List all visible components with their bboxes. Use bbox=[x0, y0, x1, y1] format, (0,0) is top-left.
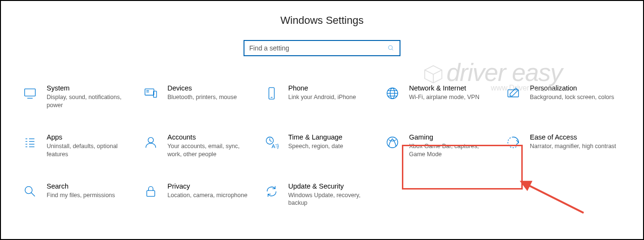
svg-rect-32 bbox=[147, 190, 155, 196]
tile-text: System Display, sound, notifications, po… bbox=[47, 84, 139, 110]
tile-desc: Your accounts, email, sync, work, other … bbox=[167, 142, 255, 159]
devices-icon bbox=[143, 85, 159, 101]
tile-desc: Narrator, magnifier, high contrast bbox=[530, 142, 617, 150]
svg-line-27 bbox=[270, 140, 272, 141]
tile-text: Personalization Background, lock screen,… bbox=[530, 84, 622, 101]
tile-label: Accounts bbox=[167, 133, 255, 141]
settings-grid: System Display, sound, notifications, po… bbox=[1, 56, 643, 209]
tile-gaming[interactable]: Gaming Xbox Game Bar, captures, Game Mod… bbox=[382, 131, 503, 160]
time-language-icon: A字 bbox=[263, 134, 280, 150]
personalization-icon bbox=[505, 85, 521, 101]
gaming-icon bbox=[384, 134, 400, 150]
svg-line-31 bbox=[31, 192, 35, 196]
tile-privacy[interactable]: Privacy Location, camera, microphone bbox=[141, 180, 262, 210]
tile-label: Search bbox=[47, 182, 134, 190]
search-input[interactable] bbox=[249, 44, 387, 52]
tile-text: Phone Link your Android, iPhone bbox=[288, 84, 381, 101]
tile-label: Phone bbox=[288, 84, 376, 92]
tile-search[interactable]: Search Find my files, permissions bbox=[20, 180, 141, 210]
search-box[interactable] bbox=[244, 40, 400, 56]
tile-accounts[interactable]: Accounts Your accounts, email, sync, wor… bbox=[141, 131, 262, 160]
tile-ease[interactable]: Ease of Access Narrator, magnifier, high… bbox=[503, 131, 624, 160]
tile-text: Update & Security Windows Update, recove… bbox=[288, 182, 381, 208]
search-tile-icon bbox=[22, 183, 38, 200]
tile-personalization[interactable]: Personalization Background, lock screen,… bbox=[503, 82, 624, 111]
tile-text: Gaming Xbox Game Bar, captures, Game Mod… bbox=[409, 133, 501, 159]
phone-icon bbox=[263, 85, 280, 101]
tile-devices[interactable]: Devices Bluetooth, printers, mouse bbox=[141, 82, 262, 111]
ease-of-access-icon bbox=[505, 134, 521, 150]
tile-network[interactable]: Network & Internet Wi-Fi, airplane mode,… bbox=[382, 82, 503, 111]
tile-update[interactable]: Update & Security Windows Update, recove… bbox=[262, 180, 382, 210]
svg-rect-2 bbox=[25, 89, 36, 96]
tile-system[interactable]: System Display, sound, notifications, po… bbox=[20, 82, 141, 111]
svg-point-30 bbox=[25, 186, 32, 193]
settings-window: Windows Settings System Display, sound, … bbox=[0, 0, 644, 240]
tile-time[interactable]: A字 Time & Language Speech, region, date bbox=[262, 131, 382, 160]
tile-label: Privacy bbox=[167, 182, 255, 190]
svg-line-1 bbox=[392, 49, 393, 50]
svg-point-0 bbox=[389, 46, 392, 50]
tile-desc: Link your Android, iPhone bbox=[288, 93, 376, 101]
globe-icon bbox=[384, 85, 400, 101]
tile-label: Devices bbox=[167, 84, 255, 92]
svg-point-24 bbox=[148, 137, 153, 142]
svg-text:A字: A字 bbox=[272, 143, 279, 149]
tile-desc: Uninstall, defaults, optional features bbox=[47, 142, 134, 159]
tile-desc: Display, sound, notifications, power bbox=[47, 93, 134, 110]
tile-desc: Wi-Fi, airplane mode, VPN bbox=[409, 93, 497, 101]
update-icon bbox=[263, 183, 280, 200]
accounts-icon bbox=[143, 134, 159, 150]
tile-desc: Background, lock screen, colors bbox=[530, 93, 617, 101]
tile-desc: Find my files, permissions bbox=[47, 191, 134, 200]
tile-phone[interactable]: Phone Link your Android, iPhone bbox=[262, 82, 382, 111]
tile-text: Network & Internet Wi-Fi, airplane mode,… bbox=[409, 84, 501, 101]
system-icon bbox=[22, 85, 38, 101]
tile-label: Ease of Access bbox=[530, 133, 617, 141]
tile-text: Search Find my files, permissions bbox=[47, 182, 139, 200]
tile-text: Apps Uninstall, defaults, optional featu… bbox=[47, 133, 139, 159]
tile-label: Time & Language bbox=[288, 133, 376, 141]
tile-label: Personalization bbox=[530, 84, 617, 92]
tile-label: Network & Internet bbox=[409, 84, 497, 92]
tile-desc: Location, camera, microphone bbox=[167, 191, 255, 200]
tile-desc: Speech, region, date bbox=[288, 142, 376, 150]
tile-label: System bbox=[47, 84, 134, 92]
tile-desc: Windows Update, recovery, backup bbox=[288, 191, 376, 208]
privacy-icon bbox=[143, 183, 159, 200]
page-title: Windows Settings bbox=[1, 14, 643, 27]
tile-text: Privacy Location, camera, microphone bbox=[167, 182, 260, 200]
tile-label: Gaming bbox=[409, 133, 497, 141]
tile-text: Devices Bluetooth, printers, mouse bbox=[167, 84, 260, 101]
search-icon bbox=[387, 44, 395, 52]
search-wrap bbox=[1, 40, 643, 56]
tile-desc: Bluetooth, printers, mouse bbox=[167, 93, 255, 101]
tile-label: Update & Security bbox=[288, 182, 376, 190]
tile-text: Ease of Access Narrator, magnifier, high… bbox=[530, 133, 622, 150]
tile-label: Apps bbox=[47, 133, 134, 141]
tile-apps[interactable]: Apps Uninstall, defaults, optional featu… bbox=[20, 131, 141, 160]
tile-desc: Xbox Game Bar, captures, Game Mode bbox=[409, 142, 497, 159]
tile-text: Accounts Your accounts, email, sync, wor… bbox=[167, 133, 260, 159]
apps-icon bbox=[22, 134, 38, 150]
tile-text: Time & Language Speech, region, date bbox=[288, 133, 381, 150]
